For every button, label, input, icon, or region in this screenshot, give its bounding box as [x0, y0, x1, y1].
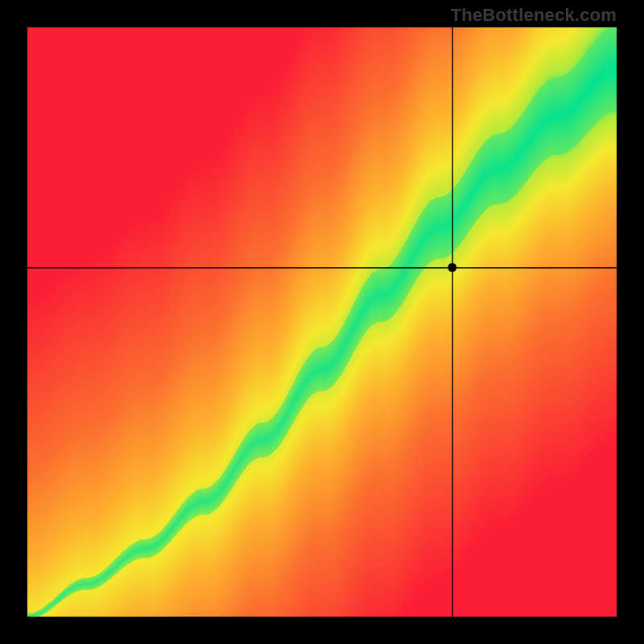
watermark-text: TheBottleneck.com	[451, 5, 617, 26]
chart-frame: TheBottleneck.com	[0, 0, 644, 644]
plot-area	[27, 27, 617, 617]
overlay-canvas	[27, 27, 617, 617]
